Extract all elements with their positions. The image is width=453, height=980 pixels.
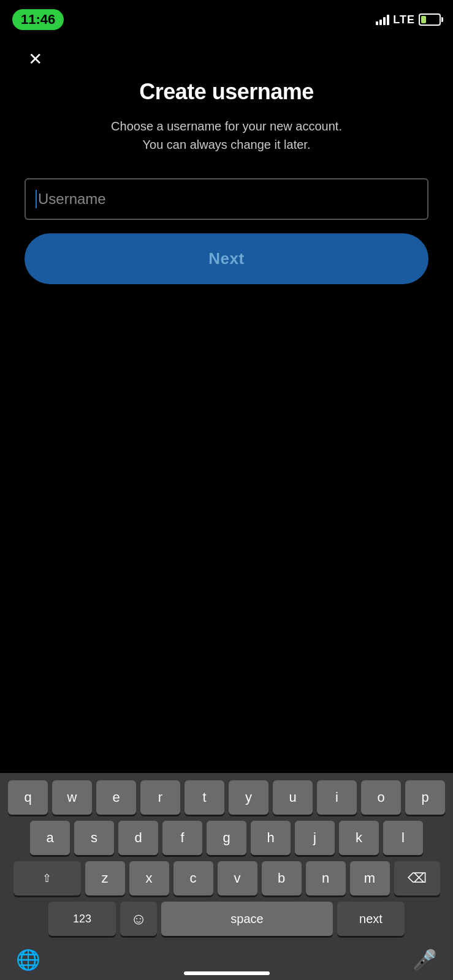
- key-s[interactable]: s: [74, 821, 114, 855]
- text-cursor: [36, 190, 37, 208]
- key-r[interactable]: r: [140, 780, 180, 815]
- key-backspace[interactable]: ⌫: [394, 861, 440, 895]
- space-label: space: [230, 912, 263, 926]
- key-f[interactable]: f: [162, 821, 202, 855]
- main-content: ✕ Create username Choose a username for …: [0, 33, 453, 284]
- key-t[interactable]: t: [185, 780, 224, 815]
- key-u[interactable]: u: [273, 780, 313, 815]
- key-n[interactable]: n: [306, 861, 346, 895]
- key-w[interactable]: w: [52, 780, 92, 815]
- next-label: next: [359, 912, 383, 926]
- status-right: LTE 4: [376, 13, 441, 26]
- keyboard-row-2: a s d f g h j k l: [4, 821, 449, 855]
- key-y[interactable]: y: [229, 780, 268, 815]
- key-next[interactable]: next: [337, 902, 405, 936]
- key-shift[interactable]: ⇧: [13, 861, 81, 895]
- keyboard: q w e r t y u i o p a s d f g h j k l ⇧ …: [0, 773, 453, 980]
- status-bar: 11:46 LTE 4: [0, 0, 453, 33]
- battery-icon: 4: [419, 13, 441, 26]
- battery-level: 4: [420, 17, 440, 23]
- key-v[interactable]: v: [218, 861, 257, 895]
- key-z[interactable]: z: [85, 861, 125, 895]
- shift-icon: ⇧: [42, 872, 51, 885]
- close-button[interactable]: ✕: [25, 45, 46, 73]
- signal-bar-2: [379, 20, 382, 25]
- key-k[interactable]: k: [339, 821, 379, 855]
- status-time: 11:46: [12, 9, 64, 30]
- home-indicator: [184, 971, 270, 975]
- username-input[interactable]: [38, 182, 417, 216]
- signal-bars: [376, 14, 389, 25]
- key-m[interactable]: m: [350, 861, 390, 895]
- key-p[interactable]: p: [405, 780, 445, 815]
- backspace-icon: ⌫: [408, 870, 427, 886]
- key-g[interactable]: g: [207, 821, 246, 855]
- key-h[interactable]: h: [251, 821, 291, 855]
- signal-bar-4: [387, 15, 389, 25]
- key-o[interactable]: o: [361, 780, 401, 815]
- key-a[interactable]: a: [30, 821, 70, 855]
- emoji-icon: ☺: [131, 910, 147, 929]
- keyboard-bottom-bar: 🌐 🎤: [4, 942, 449, 980]
- key-i[interactable]: i: [317, 780, 357, 815]
- key-e[interactable]: e: [96, 780, 136, 815]
- page-title: Create username: [25, 79, 428, 105]
- page-subtitle: Choose a username for your new account.Y…: [25, 117, 428, 154]
- keyboard-row-4: 123 ☺ space next: [4, 902, 449, 936]
- key-b[interactable]: b: [262, 861, 302, 895]
- next-button[interactable]: Next: [25, 233, 428, 284]
- key-q[interactable]: q: [8, 780, 48, 815]
- key-space[interactable]: space: [161, 902, 333, 936]
- signal-bar-1: [376, 21, 378, 25]
- key-j[interactable]: j: [295, 821, 335, 855]
- key-l[interactable]: l: [383, 821, 423, 855]
- key-c[interactable]: c: [173, 861, 213, 895]
- key-emoji[interactable]: ☺: [120, 902, 157, 936]
- key-numbers[interactable]: 123: [48, 902, 116, 936]
- keyboard-row-3: ⇧ z x c v b n m ⌫: [4, 861, 449, 895]
- key-d[interactable]: d: [118, 821, 158, 855]
- username-input-wrapper[interactable]: [25, 178, 428, 220]
- numbers-label: 123: [73, 913, 91, 925]
- signal-bar-3: [383, 17, 386, 25]
- key-x[interactable]: x: [129, 861, 169, 895]
- close-icon: ✕: [28, 50, 42, 69]
- keyboard-row-1: q w e r t y u i o p: [4, 780, 449, 815]
- lte-label: LTE: [393, 13, 415, 26]
- globe-icon[interactable]: 🌐: [16, 948, 40, 971]
- microphone-icon[interactable]: 🎤: [413, 948, 437, 971]
